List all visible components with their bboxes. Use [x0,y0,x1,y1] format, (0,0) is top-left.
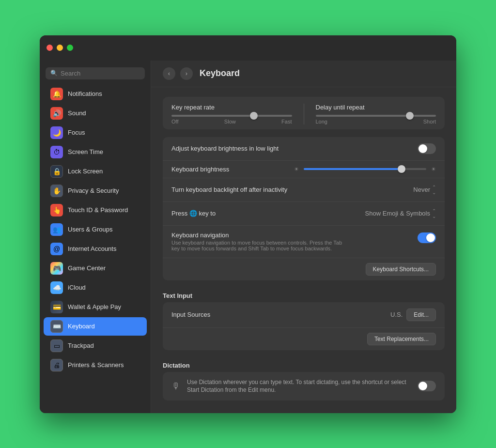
close-button[interactable] [46,45,53,51]
sidebar: 🔍 Search 🔔 Notifications 🔊 Sound 🌙 Focus… [40,61,151,413]
minimize-button[interactable] [57,45,63,51]
trackpad-icon: ▭ [50,340,63,352]
sidebar-item-screentime[interactable]: ⏱ Screen Time [44,143,147,161]
input-sources-label: Input Sources [171,311,390,318]
sidebar-item-gamecenter[interactable]: 🎮 Game Center [44,259,147,278]
key-repeat-label: Key repeat rate [171,104,292,111]
sidebar-item-label: Touch ID & Password [68,206,128,214]
dictation-section: Dictation 🎙 Use Dictation wherever you c… [163,358,445,401]
keyboard-brightness-label: Keyboard brightness [171,166,294,173]
key-repeat-fast-label: Fast [281,119,292,124]
adjust-brightness-thumb [418,144,427,153]
edit-input-sources-button[interactable]: Edit... [406,309,436,321]
keyboard-nav-toggle[interactable] [418,232,436,243]
delay-repeat-group: Delay until repeat Long Short [316,104,436,124]
sidebar-item-internet[interactable]: @ Internet Accounts [44,240,147,258]
brightness-low-icon: ☀ [294,166,299,172]
search-placeholder: Search [61,70,80,77]
settings-card: Adjust keyboard brightness in low light … [163,137,445,280]
main-header: ‹ › Keyboard [151,61,456,87]
adjust-brightness-toggle[interactable] [418,143,436,154]
dictation-toggle[interactable] [418,381,436,391]
turn-off-value: Never [413,186,430,193]
text-replacements-button[interactable]: Text Replacements... [367,333,436,345]
main-window: 🔍 Search 🔔 Notifications 🔊 Sound 🌙 Focus… [40,35,456,413]
sidebar-item-label: Sound [68,109,86,117]
brightness-thumb[interactable] [398,165,405,173]
screentime-icon: ⏱ [50,146,63,158]
sidebar-item-wallet[interactable]: 💳 Wallet & Apple Pay [44,298,147,316]
sidebar-item-label: Printers & Scanners [68,361,124,369]
printers-icon: 🖨 [50,359,63,371]
focus-icon: 🌙 [50,126,63,139]
dictation-title: Dictation [163,358,445,372]
delay-long-label: Long [316,119,327,124]
turn-off-label: Turn keyboard backlight off after inacti… [171,186,413,193]
turn-off-chevron-icon: ⌃⌄ [432,185,436,195]
press-key-row: Press 🌐 key to Show Emoji & Symbols ⌃⌄ [163,202,445,226]
sidebar-item-users[interactable]: 👥 Users & Groups [44,220,147,239]
sidebar-item-label: Internet Accounts [68,245,116,252]
sidebar-item-lockscreen[interactable]: 🔒 Lock Screen [44,162,147,181]
sidebar-item-notifications[interactable]: 🔔 Notifications [44,85,147,103]
sidebar-item-icloud[interactable]: ☁️ iCloud [44,278,147,297]
maximize-button[interactable] [67,45,73,51]
sidebar-item-label: Notifications [68,90,102,97]
key-repeat-off-label: Off [171,119,178,124]
sidebar-item-label: Game Center [68,264,106,272]
sound-icon: 🔊 [50,107,63,120]
sidebar-item-label: Keyboard [68,323,95,330]
key-repeat-slow-label: Slow [224,119,236,124]
sidebar-item-focus[interactable]: 🌙 Focus [44,124,147,142]
microphone-icon: 🎙 [171,381,180,391]
key-repeat-track[interactable] [171,115,292,117]
wallet-icon: 💳 [50,301,63,313]
dictation-thumb [418,382,427,390]
sidebar-item-trackpad[interactable]: ▭ Trackpad [44,337,147,355]
notifications-icon: 🔔 [50,88,63,100]
input-sources-row: Input Sources U.S. Edit... [163,302,445,328]
input-sources-value: U.S. [390,311,403,318]
adjust-brightness-row: Adjust keyboard brightness in low light [163,137,445,161]
keyboard-shortcuts-button[interactable]: Keyboard Shortcuts... [366,263,436,276]
key-repeat-group: Key repeat rate Off Slow Fast [171,104,292,124]
sidebar-item-touchid[interactable]: 👆 Touch ID & Password [44,201,147,219]
lockscreen-icon: 🔒 [50,165,63,178]
gamecenter-icon: 🎮 [50,262,63,275]
page-title: Keyboard [200,68,240,78]
sidebar-item-keyboard[interactable]: ⌨️ Keyboard [44,317,147,336]
delay-repeat-range: Long Short [316,119,436,124]
search-box[interactable]: 🔍 Search [46,67,145,79]
adjust-brightness-label: Adjust keyboard brightness in low light [171,145,418,152]
delay-short-label: Short [423,119,436,124]
sidebar-item-printers[interactable]: 🖨 Printers & Scanners [44,356,147,374]
back-button[interactable]: ‹ [163,67,175,80]
sidebar-item-label: Lock Screen [68,168,103,175]
forward-button[interactable]: › [180,67,193,80]
privacy-icon: ✋ [50,185,63,197]
brightness-track[interactable] [304,168,426,170]
keyboard-nav-description: Use keyboard navigation to move focus be… [171,240,418,251]
sidebar-item-privacy[interactable]: ✋ Privacy & Security [44,182,147,200]
sliders-pair: Key repeat rate Off Slow Fast [171,104,436,124]
sidebar-item-label: Screen Time [68,148,103,155]
titlebar [40,35,456,61]
search-icon: 🔍 [50,70,58,77]
sidebar-item-sound[interactable]: 🔊 Sound [44,104,147,123]
keyboard-icon: ⌨️ [50,320,63,333]
keyboard-nav-label: Keyboard navigation [171,232,418,239]
sidebar-item-label: Trackpad [68,342,94,349]
turn-off-select-wrapper: Never ⌃⌄ [413,185,436,195]
press-key-chevron-icon: ⌃⌄ [432,208,436,219]
delay-repeat-track[interactable] [316,115,436,117]
delay-repeat-label: Delay until repeat [316,104,436,111]
dictation-card: 🎙 Use Dictation wherever you can type te… [163,372,445,401]
users-icon: 👥 [50,223,63,236]
text-input-card: Input Sources U.S. Edit... Text Replacem… [163,302,445,350]
dictation-description: Use Dictation wherever you can type text… [187,378,411,395]
key-repeat-thumb[interactable] [250,112,258,120]
press-key-value: Show Emoji & Symbols [365,210,430,217]
keyboard-nav-thumb [426,233,435,242]
sliders-section: Key repeat rate Off Slow Fast [163,97,445,129]
delay-repeat-thumb[interactable] [406,112,414,120]
